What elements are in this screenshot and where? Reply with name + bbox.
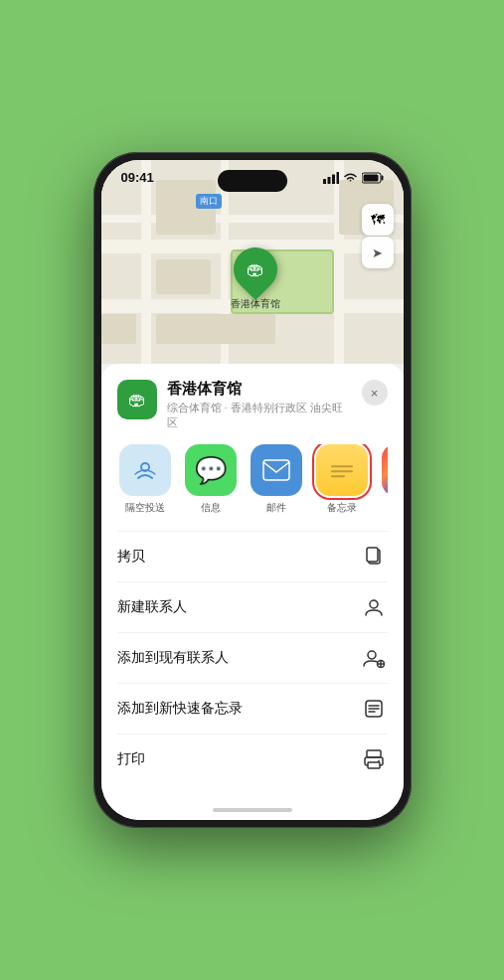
wifi-icon xyxy=(343,172,358,184)
print-icon xyxy=(360,745,388,773)
action-label-print: 打印 xyxy=(117,750,145,768)
notes-line-2 xyxy=(331,470,353,472)
mail-svg xyxy=(262,459,290,481)
close-button[interactable]: × xyxy=(362,380,388,406)
copy-svg xyxy=(364,547,384,567)
svg-rect-0 xyxy=(323,179,326,184)
map-type-icon: 🗺 xyxy=(371,212,385,228)
share-item-messages[interactable]: 💬 信息 xyxy=(183,444,239,515)
mail-icon xyxy=(251,444,302,496)
person-add-icon xyxy=(360,644,388,672)
svg-point-11 xyxy=(370,600,378,608)
venue-subtitle: 综合体育馆 · 香港特别行政区 油尖旺区 xyxy=(167,401,352,430)
messages-emoji: 💬 xyxy=(195,455,227,486)
action-row-copy[interactable]: 拷贝 xyxy=(117,531,388,581)
action-row-quick-note[interactable]: 添加到新快速备忘录 xyxy=(117,683,388,734)
svg-rect-6 xyxy=(363,174,378,181)
home-indicator xyxy=(101,800,404,820)
share-item-airdrop[interactable]: 隔空投送 xyxy=(117,444,173,515)
svg-rect-1 xyxy=(327,177,330,184)
location-pin: 🏟 香港体育馆 xyxy=(231,247,280,311)
phone-screen: 09:41 xyxy=(101,160,404,820)
share-row: 隔空投送 💬 信息 邮件 xyxy=(117,444,388,519)
phone-frame: 09:41 xyxy=(93,152,412,828)
venue-info: 香港体育馆 综合体育馆 · 香港特别行政区 油尖旺区 xyxy=(167,380,352,430)
messages-icon: 💬 xyxy=(185,444,237,496)
mail-label: 邮件 xyxy=(266,501,286,515)
location-icon: ➤ xyxy=(372,245,383,260)
more-icon xyxy=(382,444,388,496)
notes-line-3 xyxy=(331,475,345,477)
signal-icon xyxy=(323,172,339,184)
pin-circle: 🏟 xyxy=(224,239,285,300)
action-row-new-contact[interactable]: 新建联系人 xyxy=(117,581,388,632)
action-row-print[interactable]: 打印 xyxy=(117,734,388,784)
notes-line-1 xyxy=(331,465,353,467)
svg-rect-10 xyxy=(367,548,378,562)
notes-icon xyxy=(316,444,368,496)
messages-label: 信息 xyxy=(201,501,221,515)
venue-header: 🏟 香港体育馆 综合体育馆 · 香港特别行政区 油尖旺区 × xyxy=(117,380,388,430)
svg-point-12 xyxy=(368,651,376,659)
action-row-add-contact[interactable]: 添加到现有联系人 xyxy=(117,632,388,683)
action-label-quick-note: 添加到新快速备忘录 xyxy=(117,700,243,718)
pin-inner: 🏟 xyxy=(247,259,264,280)
person-add-svg xyxy=(363,648,385,668)
notes-label: 备忘录 xyxy=(327,501,357,515)
map-controls: 🗺 ➤ xyxy=(362,204,394,268)
action-label-copy: 拷贝 xyxy=(117,548,145,566)
action-label-new-contact: 新建联系人 xyxy=(117,598,187,616)
share-item-notes[interactable]: 备忘录 xyxy=(314,444,370,515)
print-svg xyxy=(363,749,385,769)
airdrop-icon xyxy=(119,444,171,496)
svg-rect-20 xyxy=(368,762,380,768)
svg-point-21 xyxy=(378,760,380,762)
close-icon: × xyxy=(371,386,379,401)
notes-lines xyxy=(331,465,353,477)
person-svg xyxy=(364,597,384,617)
share-item-mail[interactable]: 邮件 xyxy=(249,444,304,515)
note-svg xyxy=(364,699,384,719)
action-label-add-contact: 添加到现有联系人 xyxy=(117,649,229,667)
svg-rect-2 xyxy=(332,174,335,184)
bottom-sheet: 🏟 香港体育馆 综合体育馆 · 香港特别行政区 油尖旺区 × xyxy=(101,364,404,800)
location-button[interactable]: ➤ xyxy=(362,237,394,268)
map-type-button[interactable]: 🗺 xyxy=(362,204,394,236)
home-bar xyxy=(213,808,292,812)
svg-rect-3 xyxy=(336,172,339,184)
person-icon xyxy=(360,593,388,621)
map-station-label: 南口 xyxy=(196,194,222,209)
airdrop-svg xyxy=(131,456,159,484)
note-icon xyxy=(360,695,388,723)
dynamic-island xyxy=(218,170,287,192)
status-time: 09:41 xyxy=(121,170,154,185)
svg-rect-8 xyxy=(263,460,289,480)
copy-icon xyxy=(360,543,388,571)
venue-name: 香港体育馆 xyxy=(167,380,352,399)
svg-rect-18 xyxy=(367,750,381,757)
status-icons xyxy=(323,172,384,184)
share-item-more[interactable]: 推 xyxy=(380,444,388,515)
airdrop-label: 隔空投送 xyxy=(125,501,165,515)
battery-icon xyxy=(362,172,384,184)
svg-rect-5 xyxy=(381,175,383,180)
venue-icon: 🏟 xyxy=(117,380,157,419)
